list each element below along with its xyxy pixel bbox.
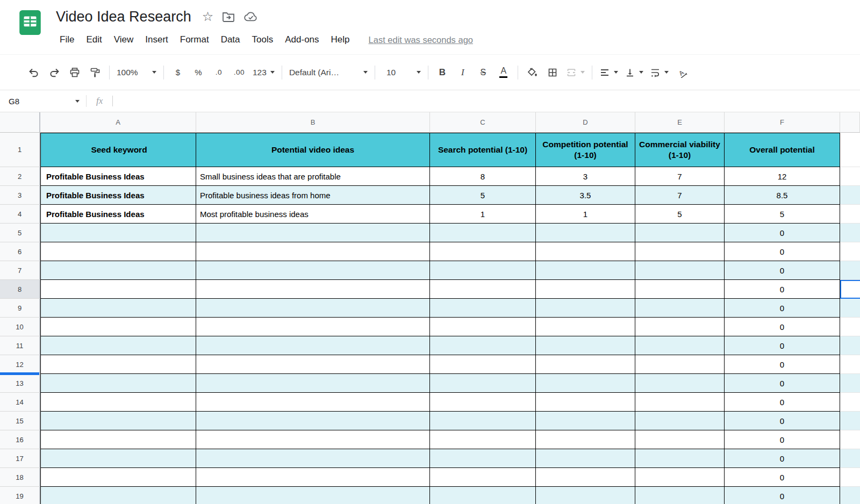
row-header-19[interactable]: 19 bbox=[0, 487, 40, 504]
cell-D18[interactable] bbox=[536, 468, 635, 487]
column-header-B[interactable]: B bbox=[196, 112, 430, 133]
cloud-status-icon[interactable] bbox=[243, 11, 258, 22]
cell-D19[interactable] bbox=[536, 487, 635, 504]
cell-F12[interactable]: 0 bbox=[725, 355, 840, 374]
paint-format-button[interactable] bbox=[85, 62, 105, 83]
cell-D12[interactable] bbox=[536, 355, 635, 374]
row-header-6[interactable]: 6 bbox=[0, 242, 40, 261]
menu-format[interactable]: Format bbox=[174, 32, 215, 48]
text-wrap-button[interactable] bbox=[647, 62, 672, 83]
format-currency-button[interactable]: $ bbox=[168, 62, 188, 83]
cell-F16[interactable]: 0 bbox=[725, 430, 840, 449]
increase-decimal-button[interactable]: .00 bbox=[229, 62, 249, 83]
row-header-5[interactable]: 5 bbox=[0, 224, 40, 242]
star-icon[interactable]: ☆ bbox=[202, 10, 214, 23]
cell-E9[interactable] bbox=[635, 299, 725, 318]
row-header-15[interactable]: 15 bbox=[0, 412, 40, 430]
cell-F2[interactable]: 12 bbox=[725, 167, 840, 186]
cell-D11[interactable] bbox=[536, 336, 635, 355]
cell-E14[interactable] bbox=[635, 393, 725, 412]
cell-B19[interactable] bbox=[196, 487, 430, 504]
cell-D17[interactable] bbox=[536, 449, 635, 468]
sheets-logo-icon[interactable] bbox=[15, 8, 45, 38]
cell-E15[interactable] bbox=[635, 412, 725, 430]
cell-D5[interactable] bbox=[536, 224, 635, 242]
menu-insert[interactable]: Insert bbox=[139, 32, 174, 48]
row-header-8[interactable]: 8 bbox=[0, 280, 40, 299]
row-header-18[interactable]: 18 bbox=[0, 468, 40, 487]
header-cell[interactable]: Commercial viability (1-10) bbox=[635, 133, 725, 167]
cell-A13[interactable] bbox=[40, 374, 196, 393]
cell-A15[interactable] bbox=[40, 412, 196, 430]
row-header-17[interactable]: 17 bbox=[0, 449, 40, 468]
menu-edit[interactable]: Edit bbox=[80, 32, 108, 48]
cell-C8[interactable] bbox=[430, 280, 536, 299]
undo-button[interactable] bbox=[24, 62, 44, 83]
menu-data[interactable]: Data bbox=[215, 32, 246, 48]
cell-D9[interactable] bbox=[536, 299, 635, 318]
cell-E3[interactable]: 7 bbox=[635, 186, 725, 205]
cell-F17[interactable]: 0 bbox=[725, 449, 840, 468]
cell-B4[interactable]: Most profitable business ideas bbox=[196, 205, 430, 224]
cell-A7[interactable] bbox=[40, 261, 196, 280]
header-cell[interactable]: Competition potential (1-10) bbox=[536, 133, 635, 167]
cell-A16[interactable] bbox=[40, 430, 196, 449]
cell-B9[interactable] bbox=[196, 299, 430, 318]
cell-C11[interactable] bbox=[430, 336, 536, 355]
row-header-16[interactable]: 16 bbox=[0, 430, 40, 449]
row-header-4[interactable]: 4 bbox=[0, 205, 40, 224]
cell-B12[interactable] bbox=[196, 355, 430, 374]
cell-D16[interactable] bbox=[536, 430, 635, 449]
zoom-select[interactable]: 100% bbox=[113, 62, 160, 83]
column-header-C[interactable]: C bbox=[430, 112, 536, 133]
cell-E2[interactable]: 7 bbox=[635, 167, 725, 186]
cell-F6[interactable]: 0 bbox=[725, 242, 840, 261]
cell-C14[interactable] bbox=[430, 393, 536, 412]
cell-B16[interactable] bbox=[196, 430, 430, 449]
cell-E8[interactable] bbox=[635, 280, 725, 299]
cell-A11[interactable] bbox=[40, 336, 196, 355]
cell-E4[interactable]: 5 bbox=[635, 205, 725, 224]
header-cell[interactable]: Potential video ideas bbox=[196, 133, 430, 167]
cell-F7[interactable]: 0 bbox=[725, 261, 840, 280]
cell-D3[interactable]: 3.5 bbox=[536, 186, 635, 205]
header-cell[interactable]: Overall potential bbox=[725, 133, 840, 167]
select-all-corner[interactable] bbox=[0, 112, 40, 133]
cell-A3[interactable]: Profitable Business Ideas bbox=[40, 186, 196, 205]
merge-cells-button[interactable] bbox=[563, 62, 588, 83]
cell-C2[interactable]: 8 bbox=[430, 167, 536, 186]
strikethrough-button[interactable]: S bbox=[473, 62, 493, 83]
vertical-align-button[interactable] bbox=[621, 62, 647, 83]
text-rotation-button[interactable]: A bbox=[672, 62, 692, 83]
redo-button[interactable] bbox=[44, 62, 64, 83]
column-header-A[interactable]: A bbox=[40, 112, 196, 133]
cell-A5[interactable] bbox=[40, 224, 196, 242]
row-header-11[interactable]: 11 bbox=[0, 336, 40, 355]
cell-B10[interactable] bbox=[196, 318, 430, 336]
cell-B17[interactable] bbox=[196, 449, 430, 468]
row-header-14[interactable]: 14 bbox=[0, 393, 40, 412]
cell-F14[interactable]: 0 bbox=[725, 393, 840, 412]
cell-F15[interactable]: 0 bbox=[725, 412, 840, 430]
row-header-9[interactable]: 9 bbox=[0, 299, 40, 318]
cell-D13[interactable] bbox=[536, 374, 635, 393]
cell-A2[interactable]: Profitable Business Ideas bbox=[40, 167, 196, 186]
cell-F8[interactable]: 0 bbox=[725, 280, 840, 299]
column-header-F[interactable]: F bbox=[725, 112, 840, 133]
cell-A6[interactable] bbox=[40, 242, 196, 261]
cell-B18[interactable] bbox=[196, 468, 430, 487]
horizontal-align-button[interactable] bbox=[596, 62, 621, 83]
cell-E5[interactable] bbox=[635, 224, 725, 242]
cell-C3[interactable]: 5 bbox=[430, 186, 536, 205]
cell-A14[interactable] bbox=[40, 393, 196, 412]
cell-B14[interactable] bbox=[196, 393, 430, 412]
format-percent-button[interactable]: % bbox=[188, 62, 209, 83]
cell-F3[interactable]: 8.5 bbox=[725, 186, 840, 205]
column-header-E[interactable]: E bbox=[635, 112, 725, 133]
cell-E16[interactable] bbox=[635, 430, 725, 449]
fill-color-button[interactable] bbox=[522, 62, 542, 83]
document-title[interactable]: Video Idea Research bbox=[54, 8, 194, 26]
cell-F4[interactable]: 5 bbox=[725, 205, 840, 224]
cell-A9[interactable] bbox=[40, 299, 196, 318]
cell-F9[interactable]: 0 bbox=[725, 299, 840, 318]
